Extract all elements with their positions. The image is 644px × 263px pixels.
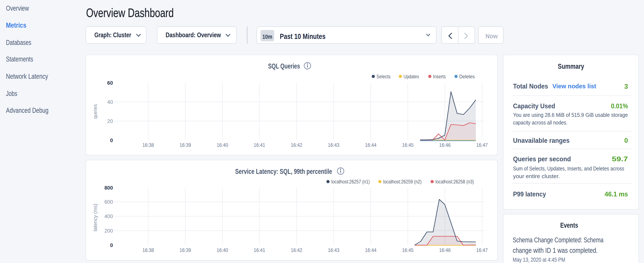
svg-text:View nodes list: View nodes list <box>552 83 596 90</box>
svg-text:Queries per second: Queries per second <box>513 155 571 163</box>
svg-text:16:42: 16:42 <box>291 247 302 253</box>
svg-text:Dashboard: Overview: Dashboard: Overview <box>166 31 221 39</box>
svg-text:3: 3 <box>624 83 628 90</box>
svg-text:Total Nodes: Total Nodes <box>513 83 548 90</box>
svg-text:46.1 ms: 46.1 ms <box>605 190 628 198</box>
svg-text:16:43: 16:43 <box>328 247 339 253</box>
svg-text:16:41: 16:41 <box>254 247 265 253</box>
svg-text:16:45: 16:45 <box>402 142 414 148</box>
svg-text:600: 600 <box>104 199 113 205</box>
svg-text:Statements: Statements <box>6 55 33 63</box>
svg-text:P99 latency: P99 latency <box>513 190 546 198</box>
svg-text:You are using 28.6 MiB of 515.: You are using 28.6 MiB of 515.9 GiB usab… <box>513 112 628 118</box>
svg-text:60: 60 <box>107 80 113 86</box>
svg-text:0: 0 <box>624 137 628 144</box>
svg-text:16:47: 16:47 <box>476 142 488 148</box>
svg-text:Events: Events <box>560 221 578 229</box>
svg-text:Capacity Used: Capacity Used <box>513 102 555 110</box>
svg-text:Advanced Debug: Advanced Debug <box>6 106 48 114</box>
svg-text:Now: Now <box>486 33 498 40</box>
svg-text:16:40: 16:40 <box>217 247 228 253</box>
svg-text:59.7: 59.7 <box>612 155 628 163</box>
svg-text:16:43: 16:43 <box>328 142 339 148</box>
svg-text:Updates: Updates <box>404 74 419 79</box>
svg-text:20: 20 <box>107 118 113 124</box>
svg-text:16:44: 16:44 <box>365 142 376 148</box>
svg-text:40: 40 <box>107 99 113 105</box>
svg-text:localhost:26258 (n3): localhost:26258 (n3) <box>436 179 474 184</box>
svg-text:800: 800 <box>104 185 113 191</box>
svg-text:16:47: 16:47 <box>476 247 488 253</box>
svg-text:16:45: 16:45 <box>402 247 414 253</box>
svg-text:Sum of Selects, Updates, Inser: Sum of Selects, Updates, Inserts, and De… <box>513 165 624 172</box>
svg-text:Overview: Overview <box>6 4 29 12</box>
svg-text:Past 10 Minutes: Past 10 Minutes <box>280 32 326 41</box>
svg-text:Deletes: Deletes <box>459 74 475 79</box>
svg-text:16:39: 16:39 <box>180 247 191 253</box>
svg-text:Jobs: Jobs <box>6 90 17 97</box>
svg-text:10m: 10m <box>262 34 272 40</box>
svg-text:0: 0 <box>110 137 113 143</box>
svg-text:latency (ms): latency (ms) <box>92 204 98 231</box>
svg-text:400: 400 <box>104 213 113 219</box>
svg-text:May 13, 2020 at 4:45 PM: May 13, 2020 at 4:45 PM <box>513 256 565 263</box>
svg-text:Overview Dashboard: Overview Dashboard <box>86 6 174 20</box>
svg-text:Service Latency: SQL, 99th per: Service Latency: SQL, 99th percentile <box>235 167 332 175</box>
svg-text:16:38: 16:38 <box>142 247 154 253</box>
svg-text:Databases: Databases <box>6 39 31 46</box>
svg-text:queries: queries <box>92 104 98 119</box>
svg-text:Unavailable ranges: Unavailable ranges <box>513 137 570 144</box>
svg-text:localhost:26257 (n1): localhost:26257 (n1) <box>331 179 370 184</box>
svg-text:Metrics: Metrics <box>6 21 26 29</box>
svg-text:16:41: 16:41 <box>254 142 265 148</box>
svg-text:16:42: 16:42 <box>291 142 302 148</box>
svg-text:0: 0 <box>110 242 113 248</box>
svg-text:your entire cluster.: your entire cluster. <box>513 173 560 179</box>
svg-text:16:46: 16:46 <box>439 142 451 148</box>
svg-text:change with ID 1 was completed: change with ID 1 was completed. <box>513 246 598 254</box>
svg-text:16:44: 16:44 <box>365 247 376 253</box>
svg-text:16:46: 16:46 <box>439 247 451 253</box>
svg-text:Graph: Cluster: Graph: Cluster <box>94 31 131 39</box>
svg-text:Selects: Selects <box>376 74 390 79</box>
svg-text:16:40: 16:40 <box>217 142 228 148</box>
svg-text:16:39: 16:39 <box>180 142 191 148</box>
svg-text:16:38: 16:38 <box>142 142 154 148</box>
svg-text:Network Latency: Network Latency <box>6 72 48 80</box>
svg-text:SQL Queries: SQL Queries <box>268 62 300 70</box>
svg-text:200: 200 <box>104 228 113 234</box>
svg-text:capacity across all nodes.: capacity across all nodes. <box>513 119 568 126</box>
svg-text:Schema Change Completed: Schem: Schema Change Completed: Schema <box>513 236 604 244</box>
svg-text:Inserts: Inserts <box>433 74 446 79</box>
svg-text:0.01%: 0.01% <box>611 102 628 110</box>
svg-text:Summary: Summary <box>558 62 584 70</box>
svg-text:localhost:26259 (n2): localhost:26259 (n2) <box>383 179 422 184</box>
